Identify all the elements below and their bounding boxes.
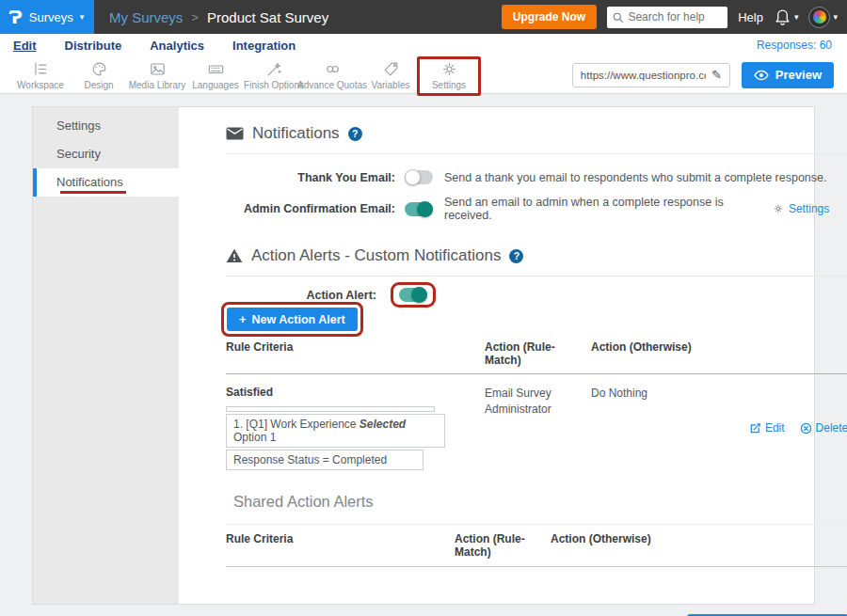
notifications-section-header: Notifications ? — [226, 124, 847, 154]
tab-analytics[interactable]: Analytics — [150, 39, 204, 53]
top-header: Ɂ Surveys ▾ My Surveys > Product Sat Sur… — [0, 0, 847, 34]
red-annotation-ring — [391, 282, 436, 308]
tab-distribute[interactable]: Distribute — [65, 39, 122, 53]
surveys-product-menu[interactable]: Ɂ Surveys ▾ — [0, 0, 94, 34]
chevron-down-icon: ▾ — [833, 12, 838, 22]
avatar-image — [813, 10, 826, 24]
shared-action-alerts-section: Shared Action Alerts Rule Criteria Actio… — [226, 493, 847, 567]
envelope-icon — [226, 127, 244, 140]
criteria-spacer-box — [226, 406, 435, 412]
edit-alert-link[interactable]: Edit — [749, 386, 785, 470]
toggle-knob — [417, 201, 433, 217]
edit-pencil-icon — [749, 422, 761, 434]
magic-wand-icon — [265, 60, 283, 78]
section-title: Action Alerts - Custom Notifications — [251, 246, 501, 265]
settings-panel: Settings Security Notifications Notifica… — [32, 106, 815, 605]
thank-you-email-label: Thank You Email: — [226, 171, 395, 184]
rule-criteria-cell: Satisfied 1. [Q1] Work Experience Select… — [226, 386, 485, 470]
keyboard-icon — [207, 60, 225, 78]
delete-alert-link[interactable]: Delete — [800, 386, 847, 470]
breadcrumb-parent[interactable]: My Surveys — [109, 9, 183, 25]
admin-confirmation-label: Admin Confirmation Email: — [226, 202, 395, 215]
action-alert-label: Action Alert: — [226, 289, 376, 302]
workspace-icon — [32, 60, 50, 78]
col-action-rule-match: Action (Rule-Match) — [485, 340, 591, 367]
palette-icon — [90, 60, 108, 78]
admin-confirmation-email-row: Admin Confirmation Email: Send an email … — [226, 196, 847, 222]
content-area: Settings Security Notifications Notifica… — [0, 94, 847, 616]
red-annotation-underline — [60, 191, 126, 194]
toolbar-item-advance-quotas[interactable]: Advance Quotas — [303, 60, 361, 90]
gear-icon — [440, 60, 458, 78]
edit-toolbar: Workspace Design Media Library Languages… — [0, 56, 847, 94]
survey-url-input[interactable] — [581, 70, 706, 81]
search-input[interactable] — [628, 10, 722, 24]
chain-links-icon — [324, 60, 342, 78]
bell-icon — [774, 8, 791, 26]
notifications-bell-menu[interactable]: ▾ — [774, 8, 799, 26]
col-action-otherwise: Action (Otherwise) — [551, 532, 847, 559]
settings-sidebar: Settings Security Notifications — [33, 107, 179, 604]
toolbar-item-languages[interactable]: Languages — [186, 60, 245, 90]
table-header-row: Rule Criteria Action (Rule-Match) Action… — [226, 340, 847, 374]
account-menu[interactable]: ▾ — [808, 7, 838, 28]
action-alerts-section-header: Action Alerts - Custom Notifications ? — [226, 246, 847, 276]
help-question-icon[interactable]: ? — [348, 127, 362, 141]
criteria-item: 1. [Q1] Work Experience Selected Option … — [226, 414, 445, 448]
toolbar-item-workspace[interactable]: Workspace — [11, 60, 70, 90]
toolbar-item-finish-options[interactable]: Finish Options — [245, 60, 303, 90]
admin-email-settings-link[interactable]: Settings — [773, 202, 829, 215]
toolbar-item-design[interactable]: Design — [70, 60, 128, 90]
upgrade-now-button[interactable]: Upgrade Now — [502, 5, 597, 29]
product-menu-label: Surveys — [29, 10, 73, 24]
gear-icon — [773, 203, 784, 214]
new-action-alert-button[interactable]: + New Action Alert — [227, 308, 358, 331]
action-rule-match-cell: Email Survey Administrator — [485, 386, 591, 470]
notifications-main: Notifications ? Thank You Email: Send a … — [179, 107, 847, 604]
topbar-right: Upgrade Now Help ▾ ▾ — [502, 5, 847, 29]
delete-circle-x-icon — [800, 422, 812, 434]
col-action-rule-match: Action (Rule-Match) — [455, 532, 551, 559]
edit-url-icon[interactable]: ✎ — [711, 68, 722, 82]
email-settings-rows: Thank You Email: Send a thank you email … — [226, 170, 847, 222]
sidebar-item-security[interactable]: Security — [33, 140, 179, 168]
search-icon — [613, 11, 623, 24]
chevron-down-icon: ▾ — [80, 12, 85, 22]
help-link[interactable]: Help — [738, 10, 763, 24]
action-otherwise-cell: Do Nothing — [591, 386, 696, 470]
questionpro-logo-icon: Ɂ — [8, 8, 23, 26]
breadcrumb: My Surveys > Product Sat Survey — [109, 9, 328, 25]
toolbar-item-media-library[interactable]: Media Library — [128, 60, 186, 90]
admin-confirmation-toggle[interactable] — [405, 202, 433, 216]
col-rule-criteria: Rule Criteria — [226, 532, 455, 559]
table-row: Satisfied 1. [Q1] Work Experience Select… — [226, 374, 847, 470]
thank-you-email-description: Send a thank you email to respondents wh… — [444, 171, 827, 184]
shared-table-header-row: Rule Criteria Action (Rule-Match) Action… — [226, 524, 847, 567]
warning-triangle-icon — [226, 248, 243, 263]
tag-icon — [382, 60, 400, 78]
thank-you-email-toggle[interactable] — [405, 170, 433, 184]
help-question-icon[interactable]: ? — [509, 249, 523, 263]
tab-edit[interactable]: Edit — [13, 39, 37, 53]
sidebar-item-settings[interactable]: Settings — [33, 112, 179, 140]
shared-alerts-title: Shared Action Alerts — [233, 493, 847, 511]
avatar — [808, 7, 830, 28]
preview-button[interactable]: Preview — [742, 62, 834, 88]
row-actions: Edit Delete — [696, 386, 847, 470]
col-rule-criteria: Rule Criteria — [226, 340, 485, 367]
toolbar-item-settings[interactable]: Settings — [420, 60, 478, 90]
chevron-down-icon: ▾ — [794, 12, 799, 22]
responses-count[interactable]: Responses: 60 — [757, 39, 832, 52]
red-annotation-box: + New Action Alert — [221, 302, 363, 337]
sidebar-item-notifications[interactable]: Notifications — [33, 168, 179, 197]
admin-confirmation-description: Send an email to admin when a complete r… — [444, 196, 773, 222]
col-action-otherwise: Action (Otherwise) — [591, 340, 696, 367]
tab-integration[interactable]: Integration — [232, 39, 296, 53]
survey-url-field: ✎ — [572, 63, 730, 87]
toggle-knob — [405, 169, 421, 185]
toolbar-item-variables[interactable]: Variables — [361, 60, 420, 90]
breadcrumb-separator-icon: > — [191, 10, 199, 24]
toggle-knob — [411, 287, 427, 303]
page-title: Product Sat Survey — [207, 9, 328, 25]
action-alert-toggle[interactable] — [399, 288, 427, 302]
